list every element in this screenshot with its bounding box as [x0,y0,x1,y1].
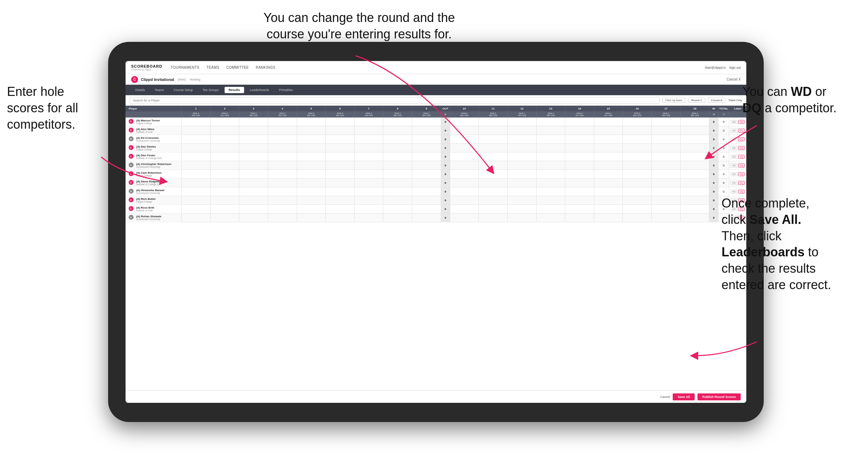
hole-9-input[interactable] [413,208,440,210]
hole-5-input[interactable] [297,208,325,210]
hole-14-input[interactable] [566,217,594,219]
hole-4-input[interactable] [269,121,296,123]
hole-14-input[interactable] [566,190,594,193]
hole-3-score[interactable] [239,170,268,179]
hole-10-input[interactable] [451,190,478,193]
hole-3-score[interactable] [239,126,268,135]
hole-17-score[interactable] [652,126,681,135]
hole-15-score[interactable] [594,144,623,152]
hole-12-input[interactable] [508,208,536,210]
hole-12-score[interactable] [507,135,536,144]
wd-button[interactable]: WD [731,146,738,150]
hole-2-score[interactable] [210,152,239,161]
hole-6-input[interactable] [326,208,354,210]
hole-15-score[interactable] [594,187,623,196]
hole-10-score[interactable] [450,135,479,144]
wd-button[interactable]: WD [731,181,738,185]
hole-12-score[interactable] [507,196,536,205]
hole-17-input[interactable] [652,156,680,158]
hole-16-score[interactable] [623,196,652,205]
hole-10-score[interactable] [450,179,479,187]
hole-11-input[interactable] [479,208,507,210]
hole-11-input[interactable] [479,173,507,175]
totals-only-toggle[interactable]: Totals Only [728,99,742,102]
hole-6-score[interactable] [326,196,355,205]
hole-6-input[interactable] [326,156,354,158]
hole-4-score[interactable] [268,126,297,135]
hole-13-input[interactable] [537,129,565,132]
hole-18-score[interactable] [680,135,709,144]
hole-12-score[interactable] [507,187,536,196]
hole-13-score[interactable] [536,205,565,213]
hole-9-input[interactable] [413,164,440,167]
hole-9-score[interactable] [412,126,441,135]
hole-5-score[interactable] [297,161,326,170]
hole-14-score[interactable] [565,126,594,135]
hole-10-input[interactable] [451,147,478,149]
wd-button[interactable]: WD [731,164,738,167]
hole-15-score[interactable] [594,179,623,187]
hole-4-score[interactable] [268,152,297,161]
hole-14-input[interactable] [566,147,594,149]
hole-12-input[interactable] [508,156,536,158]
hole-4-score[interactable] [268,135,297,144]
hole-9-score[interactable] [412,213,441,222]
hole-2-input[interactable] [211,190,239,193]
hole-2-score[interactable] [210,196,239,205]
hole-10-input[interactable] [451,173,478,175]
hole-6-score[interactable] [326,179,355,187]
hole-7-input[interactable] [355,182,383,184]
round-selector[interactable]: Round 1 [688,98,705,103]
hole-13-input[interactable] [537,121,565,123]
hole-18-input[interactable] [681,208,709,210]
nav-tournaments[interactable]: TOURNAMENTS [171,66,199,69]
hole-5-input[interactable] [297,129,325,132]
hole-8-score[interactable] [383,196,412,205]
hole-18-input[interactable] [681,129,709,132]
hole-15-input[interactable] [595,164,622,167]
hole-13-score[interactable] [536,187,565,196]
hole-11-score[interactable] [479,196,508,205]
hole-10-score[interactable] [450,152,479,161]
hole-4-input[interactable] [269,138,296,141]
hole-10-input[interactable] [451,208,478,210]
hole-15-input[interactable] [595,147,622,149]
hole-14-input[interactable] [566,164,594,167]
hole-17-score[interactable] [652,152,681,161]
hole-12-score[interactable] [507,152,536,161]
hole-3-input[interactable] [240,182,267,184]
hole-1-input[interactable] [182,164,210,167]
hole-13-score[interactable] [536,161,565,170]
hole-9-input[interactable] [413,156,440,158]
hole-14-score[interactable] [565,118,594,126]
hole-3-input[interactable] [240,164,267,167]
hole-2-score[interactable] [210,144,239,152]
hole-10-input[interactable] [451,156,478,158]
hole-10-input[interactable] [451,164,478,167]
hole-2-input[interactable] [211,208,239,210]
hole-8-score[interactable] [383,126,412,135]
hole-5-score[interactable] [297,118,326,126]
hole-9-input[interactable] [413,199,440,202]
hole-5-input[interactable] [297,121,325,123]
hole-10-input[interactable] [451,199,478,202]
hole-7-input[interactable] [355,156,383,158]
hole-8-input[interactable] [384,199,412,202]
hole-16-input[interactable] [623,217,651,219]
hole-13-input[interactable] [537,147,565,149]
save-all-button[interactable]: Save All [673,393,695,400]
hole-4-score[interactable] [268,205,297,213]
hole-16-input[interactable] [623,121,651,123]
hole-1-input[interactable] [182,173,210,175]
hole-10-score[interactable] [450,196,479,205]
hole-4-input[interactable] [269,217,296,219]
hole-1-score[interactable] [182,179,211,187]
action-cell[interactable]: WDDQ [729,144,746,152]
hole-15-input[interactable] [595,156,622,158]
hole-6-score[interactable] [326,170,355,179]
hole-10-score[interactable] [450,126,479,135]
hole-4-input[interactable] [269,182,296,184]
hole-5-input[interactable] [297,138,325,141]
hole-10-input[interactable] [451,129,478,132]
hole-1-score[interactable] [182,144,211,152]
